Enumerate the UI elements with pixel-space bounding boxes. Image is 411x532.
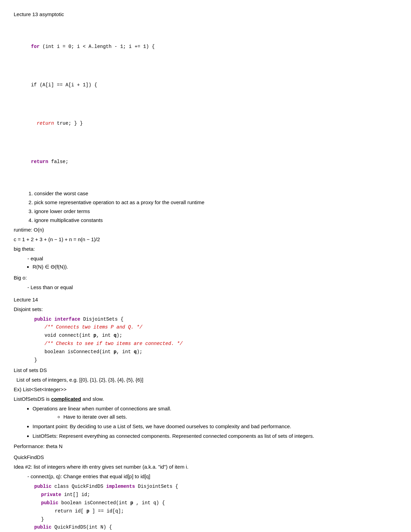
sub-item-1: Have to iterate over all sets. bbox=[63, 413, 322, 421]
performance-text: Performance: theta N bbox=[14, 442, 322, 450]
quickfind-code: public class QuickFindDS implements Disj… bbox=[14, 482, 322, 532]
step-2: pick some representative operation to ac… bbox=[34, 198, 322, 207]
interface-line-1: public interface DisjointSets { bbox=[34, 316, 322, 324]
big-o-list: Less than or equal bbox=[27, 283, 322, 292]
connect-note: connect(p, q): Change entries that equal… bbox=[27, 472, 322, 481]
sub-list-1: Have to iterate over all sets. bbox=[63, 413, 322, 421]
qf-line-4: return id[ p ] == id[q]; bbox=[55, 507, 322, 516]
runtime-text: runtime: O(n) bbox=[14, 226, 322, 234]
big-o-title: Big o: bbox=[14, 274, 322, 282]
step-4: ignore multiplicative constants bbox=[34, 216, 322, 224]
list-of-sets-title: List of sets DS bbox=[14, 366, 322, 374]
qf-line-3: public boolean isConnected(int p , int q… bbox=[41, 499, 322, 507]
lecture13-title: Lecture 13 asymptotic bbox=[14, 10, 322, 18]
disjoint-interface-code: public interface DisjointSets { /** Conn… bbox=[14, 315, 322, 365]
step-3: ignore lower order terms bbox=[34, 207, 322, 215]
qf-line-5: } bbox=[41, 516, 322, 524]
big-o-leq: Less than or equal bbox=[27, 283, 322, 292]
lecture13-code: for (int i = 0; i < A.length - 1; i += 1… bbox=[14, 20, 322, 189]
interface-line-5: boolean isConnected(int p, int q); bbox=[45, 348, 322, 356]
interface-line-4: /** Checks to see if two items are conne… bbox=[45, 340, 322, 348]
code-line-4: return false; bbox=[14, 150, 322, 173]
bullet-item-1: Operations are linear when number of con… bbox=[33, 405, 322, 421]
bullet-list: Operations are linear when number of con… bbox=[33, 405, 322, 440]
theta-formula: R(N) ∈ Θ(f(N)). bbox=[33, 263, 322, 271]
big-theta-formula: R(N) ∈ Θ(f(N)). bbox=[33, 263, 322, 271]
complicated-text: ListOfSetsDS is complicated and slow. bbox=[14, 395, 322, 403]
big-theta-title: big theta: bbox=[14, 245, 322, 253]
code-line-2: if (A[i] == A[i + 1]) { bbox=[14, 74, 322, 97]
main-content: Lecture 13 asymptotic for (int i = 0; i … bbox=[14, 10, 322, 532]
bullet-item-3: ListOfSets: Represent everything as conn… bbox=[33, 432, 322, 440]
c-formula: c = 1 + 2 + 3 + (n − 1) + n = n(n − 1)/2 bbox=[14, 235, 322, 244]
big-theta-equal: equal bbox=[27, 255, 322, 263]
qf-line-2: private int[] id; bbox=[41, 491, 322, 499]
bullet-item-2: Important point: By deciding to use a Li… bbox=[33, 422, 322, 431]
code-line-1: for (int i = 0; i < A.length - 1; i += 1… bbox=[14, 35, 322, 58]
list-example: List of sets of integers, e.g. [{0}, {1}… bbox=[16, 376, 322, 384]
qf-line-6: public QuickFindDS(int N) { bbox=[34, 523, 322, 532]
interface-line-2: /** Connects two items P and Q. */ bbox=[45, 323, 322, 332]
interface-line-3: void connect(int p, int q); bbox=[45, 332, 322, 340]
ex-label: Ex) List<Set<Integer>> bbox=[14, 385, 322, 394]
connect-note-list: connect(p, q): Change entries that equal… bbox=[27, 472, 322, 481]
step-1: consider the worst case bbox=[34, 189, 322, 198]
theta-equal: equal bbox=[27, 255, 322, 263]
interface-line-6: } bbox=[34, 356, 322, 364]
quickfind-title: QuickFindDS bbox=[14, 453, 322, 461]
disjoint-title: Disjoint sets: bbox=[14, 305, 322, 313]
asymptotic-steps: consider the worst case pick some repres… bbox=[34, 189, 322, 224]
qf-line-1: public class QuickFindDS implements Disj… bbox=[34, 483, 322, 491]
quickfind-idea: Idea #2: list of integers where ith entr… bbox=[14, 463, 322, 471]
code-line-3: return true; } } bbox=[14, 112, 322, 135]
lecture14-title: Lecture 14 bbox=[14, 296, 322, 304]
